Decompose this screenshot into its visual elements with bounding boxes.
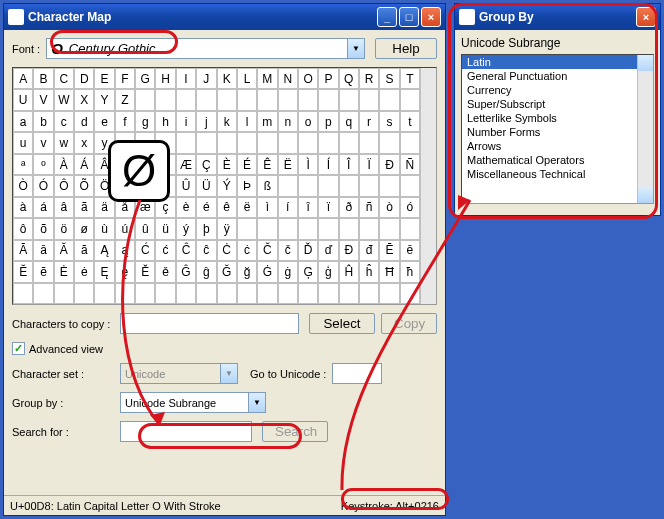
list-item[interactable]: Number Forms xyxy=(462,125,637,139)
char-cell[interactable] xyxy=(400,175,420,196)
char-cell[interactable]: a xyxy=(13,111,33,132)
font-select[interactable]: O Century Gothic ▼ xyxy=(46,38,365,59)
char-cell[interactable]: v xyxy=(33,132,53,153)
char-cell[interactable] xyxy=(155,89,175,110)
char-cell[interactable]: À xyxy=(54,154,74,175)
list-item[interactable]: Currency xyxy=(462,83,637,97)
char-cell[interactable]: P xyxy=(318,68,338,89)
char-cell[interactable]: c xyxy=(54,111,74,132)
char-cell[interactable]: É xyxy=(237,154,257,175)
char-cell[interactable]: Đ xyxy=(339,240,359,261)
char-cell[interactable]: ē xyxy=(400,240,420,261)
close-button[interactable]: × xyxy=(421,7,441,27)
copy-button[interactable]: Copy xyxy=(381,313,437,334)
char-cell[interactable]: V xyxy=(33,89,53,110)
char-cell[interactable]: ß xyxy=(257,175,277,196)
char-cell[interactable]: m xyxy=(257,111,277,132)
char-cell[interactable]: ė xyxy=(74,261,94,282)
char-cell[interactable]: Ĥ xyxy=(339,261,359,282)
char-cell[interactable] xyxy=(379,283,399,304)
char-cell[interactable] xyxy=(400,283,420,304)
char-cell[interactable]: ð xyxy=(339,197,359,218)
char-cell[interactable]: ë xyxy=(237,197,257,218)
char-cell[interactable]: Ħ xyxy=(379,261,399,282)
char-cell[interactable] xyxy=(278,175,298,196)
char-cell[interactable]: Z xyxy=(115,89,135,110)
char-cell[interactable] xyxy=(196,89,216,110)
char-cell[interactable] xyxy=(74,283,94,304)
char-cell[interactable] xyxy=(155,283,175,304)
char-cell[interactable]: Ê xyxy=(257,154,277,175)
char-cell[interactable]: Ð xyxy=(379,154,399,175)
advanced-checkbox[interactable]: ✓ xyxy=(12,342,25,355)
char-cell[interactable]: Û xyxy=(176,175,196,196)
char-cell[interactable] xyxy=(298,175,318,196)
char-cell[interactable]: Y xyxy=(94,89,114,110)
char-cell[interactable] xyxy=(278,132,298,153)
char-cell[interactable]: S xyxy=(379,68,399,89)
char-cell[interactable]: Ç xyxy=(196,154,216,175)
close-button[interactable]: × xyxy=(636,7,656,27)
char-cell[interactable]: Ā xyxy=(13,240,33,261)
char-cell[interactable]: á xyxy=(33,197,53,218)
char-cell[interactable]: W xyxy=(54,89,74,110)
char-cell[interactable]: R xyxy=(359,68,379,89)
char-cell[interactable]: ý xyxy=(176,218,196,239)
chevron-down-icon[interactable]: ▼ xyxy=(248,393,265,412)
char-cell[interactable] xyxy=(217,283,237,304)
char-cell[interactable]: û xyxy=(135,218,155,239)
char-cell[interactable] xyxy=(298,132,318,153)
char-cell[interactable]: T xyxy=(400,68,420,89)
char-cell[interactable] xyxy=(339,89,359,110)
char-cell[interactable] xyxy=(318,175,338,196)
char-cell[interactable]: ù xyxy=(94,218,114,239)
char-cell[interactable]: Ô xyxy=(54,175,74,196)
char-cell[interactable] xyxy=(400,218,420,239)
char-cell[interactable] xyxy=(379,132,399,153)
char-cell[interactable]: ă xyxy=(74,240,94,261)
char-cell[interactable]: i xyxy=(176,111,196,132)
grid-scrollbar[interactable] xyxy=(420,68,436,304)
char-cell[interactable]: h xyxy=(155,111,175,132)
char-cell[interactable] xyxy=(298,89,318,110)
char-cell[interactable]: í xyxy=(278,197,298,218)
search-input[interactable] xyxy=(120,421,252,442)
char-cell[interactable]: A xyxy=(13,68,33,89)
char-cell[interactable]: Ė xyxy=(54,261,74,282)
char-cell[interactable]: Ď xyxy=(298,240,318,261)
char-cell[interactable] xyxy=(278,218,298,239)
char-cell[interactable]: F xyxy=(115,68,135,89)
char-cell[interactable] xyxy=(379,175,399,196)
char-cell[interactable]: õ xyxy=(33,218,53,239)
char-cell[interactable] xyxy=(379,218,399,239)
char-cell[interactable] xyxy=(339,283,359,304)
char-cell[interactable] xyxy=(196,132,216,153)
char-cell[interactable]: Ĉ xyxy=(176,240,196,261)
char-cell[interactable] xyxy=(359,175,379,196)
char-cell[interactable]: è xyxy=(176,197,196,218)
char-cell[interactable] xyxy=(217,89,237,110)
char-cell[interactable] xyxy=(257,132,277,153)
char-cell[interactable]: x xyxy=(74,132,94,153)
char-cell[interactable]: l xyxy=(237,111,257,132)
char-cell[interactable]: D xyxy=(74,68,94,89)
char-cell[interactable]: ď xyxy=(318,240,338,261)
char-cell[interactable]: B xyxy=(33,68,53,89)
char-cell[interactable]: đ xyxy=(359,240,379,261)
char-cell[interactable]: ê xyxy=(217,197,237,218)
char-cell[interactable]: t xyxy=(400,111,420,132)
char-cell[interactable]: J xyxy=(196,68,216,89)
char-cell[interactable]: b xyxy=(33,111,53,132)
char-cell[interactable]: î xyxy=(298,197,318,218)
char-cell[interactable]: Õ xyxy=(74,175,94,196)
char-cell[interactable]: f xyxy=(115,111,135,132)
char-cell[interactable]: â xyxy=(54,197,74,218)
char-cell[interactable]: Ò xyxy=(13,175,33,196)
char-cell[interactable]: g xyxy=(135,111,155,132)
char-cell[interactable]: X xyxy=(74,89,94,110)
char-cell[interactable]: Ě xyxy=(135,261,155,282)
char-cell[interactable]: ª xyxy=(13,154,33,175)
char-cell[interactable]: Ü xyxy=(196,175,216,196)
char-cell[interactable] xyxy=(318,89,338,110)
char-cell[interactable]: Ì xyxy=(298,154,318,175)
